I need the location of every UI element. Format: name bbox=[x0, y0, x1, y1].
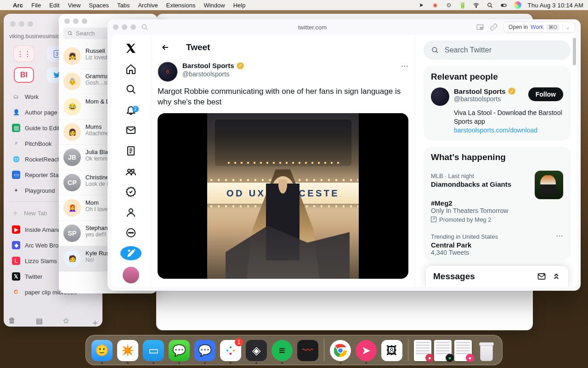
dock-photo-app[interactable]: 🖼 bbox=[381, 340, 402, 361]
relevant-handle[interactable]: @barstoolsports bbox=[454, 95, 524, 103]
picture-in-picture-icon[interactable] bbox=[476, 23, 484, 31]
tweet-header-bar: Tweet bbox=[151, 35, 415, 60]
dock-trash[interactable] bbox=[476, 339, 497, 361]
menu-edit[interactable]: Edit bbox=[49, 2, 59, 9]
status-record-icon[interactable]: ◉ bbox=[431, 1, 439, 9]
dock-pink-app[interactable]: ➤ bbox=[356, 340, 377, 361]
menubar-clock[interactable]: Thu Aug 3 10:14 AM bbox=[528, 2, 583, 9]
dock-chrome[interactable] bbox=[330, 340, 351, 361]
add-icon[interactable]: ＋ bbox=[90, 316, 98, 324]
nav-explore[interactable] bbox=[120, 82, 141, 97]
svg-point-12 bbox=[131, 169, 134, 172]
macos-dock: 🙂 ✴️ ▭ 💬 💬 1 ◈ ≡ 〰 ➤ 🖼 ● ● ● bbox=[85, 335, 503, 365]
space-pin-1[interactable]: ⋮⋮ bbox=[14, 46, 34, 62]
dock-spotify[interactable]: ≡ bbox=[271, 340, 293, 361]
relevant-people-panel: Relevant people Barstool Sports @barstoo… bbox=[424, 66, 571, 140]
trend-central-park[interactable]: Trending in United States Central Park 4… bbox=[431, 229, 563, 258]
svg-point-5 bbox=[142, 24, 146, 29]
nav-profile[interactable] bbox=[120, 205, 141, 219]
status-play-icon[interactable]: ⊙ bbox=[445, 1, 452, 9]
x-logo[interactable] bbox=[120, 41, 141, 56]
relevant-people-title: Relevant people bbox=[431, 72, 563, 82]
nav-notifications[interactable]: 2 bbox=[120, 103, 141, 117]
status-control-center-icon[interactable] bbox=[500, 1, 508, 9]
nav-lists[interactable] bbox=[120, 144, 141, 158]
dock-diamond-app[interactable]: ◈ bbox=[246, 340, 267, 361]
tweet-text: Margot Robbie communicating with one of … bbox=[158, 82, 408, 113]
menu-tabs[interactable]: Tabs bbox=[117, 2, 130, 9]
address-search-icon[interactable] bbox=[141, 23, 149, 31]
dock-signal[interactable]: 💬 bbox=[194, 340, 215, 361]
library-icon[interactable]: ▤ bbox=[36, 316, 43, 324]
menu-window[interactable]: Window bbox=[204, 2, 225, 9]
tweet-author-name[interactable]: Barstool Sports bbox=[182, 62, 234, 70]
trend-mlb[interactable]: MLB · Last night Diamondbacks at Giants bbox=[431, 168, 563, 194]
svg-point-3 bbox=[502, 5, 503, 6]
open-in-work-button[interactable]: Open in Work ⌘O ⌄ bbox=[503, 22, 575, 33]
svg-rect-7 bbox=[480, 27, 482, 29]
chevron-down-icon[interactable]: ⌄ bbox=[562, 24, 570, 30]
menu-spaces[interactable]: Spaces bbox=[89, 2, 109, 9]
dock-finder[interactable]: 🙂 bbox=[91, 340, 113, 361]
svg-point-18 bbox=[432, 47, 437, 52]
space-pin-3[interactable]: BI bbox=[14, 67, 34, 83]
tweet-author-handle[interactable]: @barstoolsports bbox=[182, 70, 244, 79]
archive-icon[interactable]: 🗑 bbox=[8, 316, 16, 324]
menu-file[interactable]: File bbox=[31, 2, 41, 9]
dock-voice-memos[interactable]: 〰 bbox=[297, 340, 318, 361]
messages-drawer-title: Messages bbox=[433, 271, 531, 282]
messages-search-placeholder: Search bbox=[76, 30, 95, 37]
nav-communities[interactable] bbox=[120, 164, 141, 178]
svg-point-16 bbox=[130, 232, 131, 233]
dock-arc[interactable]: ✴️ bbox=[117, 340, 138, 361]
share-link-icon[interactable] bbox=[490, 23, 498, 31]
whats-happening-panel: What's happening MLB · Last night Diamon… bbox=[424, 147, 571, 260]
menu-help[interactable]: Help bbox=[233, 2, 246, 9]
svg-point-4 bbox=[68, 31, 71, 34]
nav-verified[interactable] bbox=[120, 185, 141, 199]
tweet-media-video[interactable]: OD UXE LEICESTE bbox=[158, 113, 408, 279]
nav-home[interactable] bbox=[120, 62, 141, 76]
tweet-author-avatar[interactable]: B bbox=[158, 62, 178, 82]
twitter-surface: 2 Tweet B Barstool Sports @barstools bbox=[111, 35, 577, 287]
dock-recent-documents[interactable]: ● ● ● bbox=[414, 340, 472, 361]
whats-happening-title: What's happening bbox=[431, 152, 563, 162]
nav-more[interactable] bbox=[120, 226, 141, 240]
trend-meg2[interactable]: #Meg2 Only In Theaters Tomorrow Promoted… bbox=[431, 194, 563, 229]
twitter-search-input[interactable]: Search Twitter bbox=[424, 40, 571, 60]
relevant-name[interactable]: Barstool Sports bbox=[454, 87, 506, 95]
menubar-app-name[interactable]: Arc bbox=[13, 2, 23, 9]
status-wifi-icon[interactable] bbox=[473, 1, 480, 9]
menu-archive[interactable]: Archive bbox=[138, 2, 158, 9]
arc-url-display[interactable]: twitter.com bbox=[153, 24, 471, 31]
status-area: ➤ ◉ ⊙ 🔋 Thu Aug 3 10:14 AM bbox=[418, 1, 583, 9]
status-search-icon[interactable] bbox=[486, 1, 494, 9]
messages-drawer[interactable]: Messages bbox=[425, 265, 569, 287]
tweet-more-button[interactable]: ⋯ bbox=[401, 62, 408, 70]
dock-doc-1: ● bbox=[414, 340, 431, 361]
macos-menubar: Arc File Edit View Spaces Tabs Archive E… bbox=[0, 0, 588, 10]
svg-point-13 bbox=[129, 209, 133, 213]
trend-more-button[interactable]: ⋯ bbox=[556, 231, 563, 240]
status-bird-icon[interactable]: ➤ bbox=[418, 1, 425, 9]
dock-bitwarden[interactable]: ▭ bbox=[143, 340, 164, 361]
relevant-avatar[interactable] bbox=[431, 87, 449, 106]
nav-account-avatar[interactable] bbox=[120, 267, 141, 283]
back-button[interactable] bbox=[158, 40, 173, 55]
dock-messages[interactable]: 💬 bbox=[169, 340, 190, 361]
follow-button[interactable]: Follow bbox=[528, 87, 563, 101]
leaf-icon[interactable]: ✿ bbox=[63, 316, 70, 324]
new-message-icon[interactable] bbox=[537, 272, 546, 281]
menu-extensions[interactable]: Extensions bbox=[166, 2, 196, 9]
status-battery-icon[interactable]: 🔋 bbox=[459, 1, 466, 9]
expand-drawer-icon[interactable] bbox=[552, 272, 561, 281]
arc-main-titlebar: twitter.com Open in Work ⌘O ⌄ bbox=[107, 19, 581, 35]
nav-compose-tweet[interactable] bbox=[120, 246, 141, 260]
relevant-link[interactable]: barstoolsports.com/download bbox=[454, 126, 537, 134]
arc-main-traffic-lights[interactable] bbox=[113, 24, 136, 30]
dock-slack[interactable]: 1 bbox=[220, 340, 241, 361]
svg-rect-20 bbox=[226, 350, 229, 352]
menu-view[interactable]: View bbox=[68, 2, 81, 9]
status-siri-icon[interactable] bbox=[514, 1, 521, 9]
nav-messages[interactable] bbox=[120, 123, 141, 138]
